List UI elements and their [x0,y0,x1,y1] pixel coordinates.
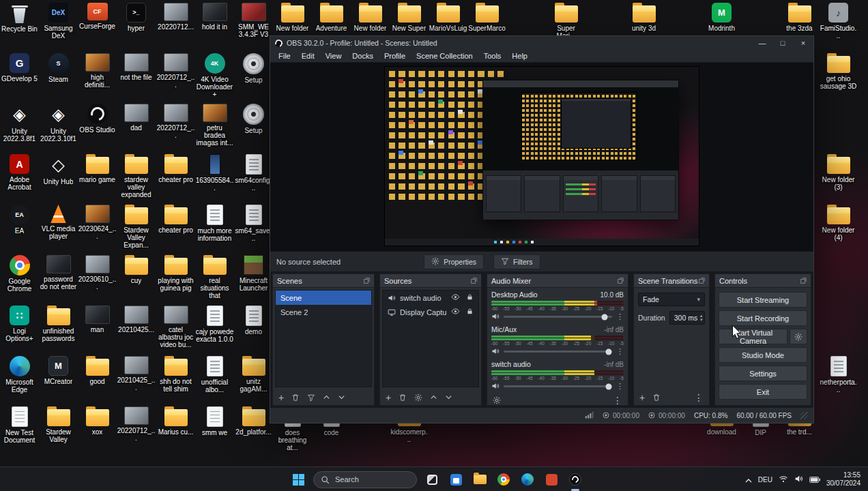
volume-slider[interactable] [504,385,612,387]
desktop-icon-20220712-4[interactable]: 20220712_... [117,406,156,442]
source-up-button[interactable] [430,393,437,401]
desktop-icon-hold-it-in[interactable]: hold it in [195,3,234,31]
scene-filter-button[interactable] [307,393,315,402]
desktop-icon-real-situations-that-happen[interactable]: real situations that happen... [195,255,234,299]
scene-trash-button[interactable] [291,393,300,402]
desktop-icon-stardew-valley[interactable]: Stardew Valley [39,406,78,443]
studio-mode-button[interactable]: Studio Mode [719,347,807,363]
desktop-icon-stardew-valley-expanded-pro[interactable]: stardew valley expanded pro [117,154,156,198]
menu-view[interactable]: View [320,50,347,61]
mixer-gear-button[interactable] [493,396,501,404]
desktop-icon-vlc-media-player[interactable]: VLC media player [39,205,78,240]
desktop-icon-modrinth[interactable]: MModrinth [702,3,741,32]
taskbar-app-task-view[interactable] [422,469,442,490]
taskbar-search[interactable]: Search [313,471,417,488]
desktop-icon-super-mari[interactable]: Super Mari... [547,3,585,40]
slider-knob[interactable] [606,348,612,355]
desktop-icon-supermarco[interactable]: SuperMarco... [467,3,506,40]
channel-options-icon[interactable]: ⋮ [616,348,624,355]
desktop-icon-20230624[interactable]: 20230624_... [78,205,117,240]
mute-speaker-icon[interactable] [491,381,500,393]
desktop-icon-cuy[interactable]: cuy [117,255,156,284]
visibility-eye-icon[interactable] [451,293,460,303]
menu-help[interactable]: Help [506,50,533,61]
desktop-icon-the-3zda[interactable]: the 3zda [780,3,819,32]
desktop-icon-new-test-document[interactable]: New Test Document [0,406,39,444]
desktop-icon-cheater-pro-2[interactable]: cheater pro [156,205,195,234]
desktop-icon-petru-bradea-imagas-int[interactable]: petru bradea imagas int... [195,104,234,147]
desktop-icon-unity-3d[interactable]: unity 3d [624,3,663,32]
desktop-icon-20230610[interactable]: 20230610_... [78,255,117,291]
source-plus-button[interactable]: + [386,393,391,402]
slider-knob[interactable] [601,314,607,320]
desktop-icon-ea[interactable]: EAEA [0,205,39,235]
desktop-icon-new-folder-2[interactable]: New folder [351,3,390,32]
desktop-icon-high-definiti[interactable]: high definiti... [78,53,117,89]
desktop-icon-setup[interactable]: Setup [234,53,273,84]
desktop-icon-password-do-not-enter[interactable]: password do not enter [39,255,78,291]
decrement-icon[interactable]: ▾ [699,318,702,322]
channel-options-icon[interactable]: ⋮ [616,383,624,390]
desktop-icon-netherporta[interactable]: netherporta... [819,356,858,393]
desktop-icon-google-chrome[interactable]: Google Chrome [0,255,39,293]
taskbar-app-edge[interactable] [517,469,538,490]
popout-icon[interactable] [618,277,624,285]
volume-slider[interactable] [504,316,612,318]
lock-icon[interactable] [466,308,474,316]
menu-tools[interactable]: Tools [478,50,507,61]
menu-docks[interactable]: Docks [347,50,379,61]
popout-icon[interactable] [471,277,477,285]
desktop-icon-logi-options[interactable]: ∷Logi Options+ [0,306,39,342]
desktop-icon-163905584[interactable]: 163905584... [195,154,234,192]
desktop-icon-dad[interactable]: dad [117,104,156,132]
visibility-eye-icon[interactable] [451,307,460,317]
popout-icon[interactable] [364,277,370,285]
source-trash-button[interactable] [399,393,407,402]
desktop-icon-recycle-bin[interactable]: Recycle Bin [0,3,39,33]
desktop-icon-unity-hub[interactable]: ◇Unity Hub [39,154,78,185]
desktop-icon-much-more-information[interactable]: much more information [195,205,234,242]
channel-options-icon[interactable]: ⋮ [616,313,624,321]
transition-kebab-button[interactable]: ⋮ [694,393,704,402]
duration-spinbox[interactable]: 300 ms ▴▾ [669,311,705,325]
properties-button[interactable]: Properties [424,254,484,269]
desktop-icon-unfinished-passwords[interactable]: unfinished passwords [39,306,78,342]
menu-profile[interactable]: Profile [379,50,411,61]
desktop-icon-good[interactable]: good [78,356,117,385]
scene-down-button[interactable] [338,393,345,401]
menu-scene-collection[interactable]: Scene Collection [411,50,478,61]
desktop-icon-minecraft-launcher[interactable]: Minecraft Launcher [234,255,273,292]
desktop-icon-unofficial-albo[interactable]: unofficial albo... [195,356,234,393]
desktop-icon-20210425[interactable]: 20210425... [117,306,156,333]
virtual-camera-config-button[interactable] [790,329,807,344]
desktop-icon-microsoft-edge[interactable]: Microsoft Edge [0,356,39,393]
scene-up-button[interactable] [323,393,330,401]
desktop-icon-cheater-pro[interactable]: cheater pro [156,154,195,183]
desktop-icon-steam[interactable]: SSteam [39,53,78,83]
desktop-icon-20220712[interactable]: 20220712... [156,3,195,31]
desktop-icon-man[interactable]: man [78,306,117,333]
desktop-icon-new-super[interactable]: New Super [390,3,429,32]
transition-select[interactable]: Fade ▾ [638,293,705,306]
desktop-icon-shh-do-not-tell-shim[interactable]: shh do not tell shim [156,356,195,393]
source-item-switch-audio[interactable]: switch audio [383,291,478,305]
desktop-icon-smm-we-3-4-3f-v3[interactable]: SMM_WE 3.4.3F V3 [234,3,273,38]
desktop-icon-smm-we[interactable]: smm we [195,406,234,436]
resize-grip[interactable] [800,412,808,419]
tray-language[interactable]: DEU [758,476,772,483]
source-gear-button[interactable] [414,393,422,402]
desktop-icon-curseforge[interactable]: CFCurseForge [78,3,117,30]
start-recording-button[interactable]: Start Recording [719,310,807,326]
desktop-icon-samsung-dex[interactable]: DeXSamsung DeX [39,3,78,40]
desktop-icon-20210425-2[interactable]: 20210425_... [117,356,156,391]
scene-item-scene[interactable]: Scene [276,291,371,305]
battery-icon[interactable] [809,473,820,486]
scene-item-scene-2[interactable]: Scene 2 [276,305,371,319]
desktop-icon-new-folder[interactable]: New folder [273,3,312,32]
desktop-icon-mariovsluig[interactable]: MarioVsLuig... [429,3,467,40]
desktop-icon-hyper[interactable]: >_hyper [117,3,156,32]
popout-icon[interactable] [699,277,705,285]
volume-slider[interactable] [504,351,612,353]
settings-button[interactable]: Settings [719,366,807,381]
desktop-icon-sm64config[interactable]: sm64config... [234,154,273,192]
